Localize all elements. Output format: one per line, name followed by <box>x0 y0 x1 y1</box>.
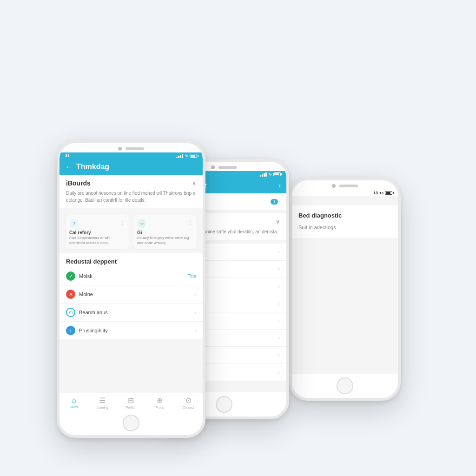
phone1-wifi-icon: ∿ <box>185 153 188 158</box>
nav-icon-procs: ⊕ <box>157 396 163 405</box>
phone1-card-0[interactable]: ? ⋮ Cal refory Flse Ecopiranners ar whi … <box>65 215 129 250</box>
phone1-screen: iBourds ∨ Daily ore aneof riesones on li… <box>60 175 203 393</box>
menu-item-sloes-chevron: › <box>278 352 280 358</box>
menu-item-toange-chevron: › <box>278 300 280 307</box>
phone3-status-bar: 13 13 <box>292 190 398 196</box>
phone1-list-chevron-2: › <box>194 310 196 315</box>
phone3-signal: 13 <box>373 191 378 195</box>
phone1-list-item-0[interactable]: ✓ Molsk Title <box>60 267 203 285</box>
phone2-battery-icon <box>273 172 281 176</box>
menu-item-oyos-chevron: › <box>278 283 280 290</box>
phone1-status-bar: 31 ∿ <box>60 152 203 159</box>
phone1-card-1[interactable]: ☆ ⋮ Gi Eouary Enellpoy wllhe enlte olg a… <box>133 215 197 250</box>
phone3-battery-label: 13 <box>379 191 383 195</box>
phone1-bottom-nav: ⌂ Soles ☰ Loaning ⊞ Portion ⊕ Procs ⊙ <box>60 393 203 411</box>
phone1-card-0-dots: ⋮ <box>119 219 125 225</box>
phone1-list-right-1: › <box>194 291 196 297</box>
phone3-top-bar <box>292 180 398 190</box>
phone1-list-icon-1: ✕ <box>66 290 75 299</box>
phone2-speaker <box>218 166 237 169</box>
menu-item-caopirially-chevron: › <box>278 266 280 272</box>
nav-icon-loaning: ☰ <box>99 396 106 405</box>
nav-item-procs[interactable]: ⊕ Procs <box>145 393 174 411</box>
phone3-camera <box>332 184 336 188</box>
phone2-gjuster-chevron: › <box>278 198 280 205</box>
nav-label-soles: Soles <box>70 405 78 409</box>
phone1-list-chevron-3: › <box>194 328 196 333</box>
phone1-ibourds-title: iBourds <box>66 179 91 187</box>
nav-item-contect[interactable]: ⊙ Contect <box>174 393 203 411</box>
phone2-brools-chevron: ∨ <box>276 218 280 225</box>
phone1-card-0-icon: ? <box>69 219 79 228</box>
phone2-header-chevron: › <box>278 182 281 189</box>
phone1-list-icon-3: i <box>66 326 75 335</box>
phone3-status-icons: 13 13 <box>373 191 392 195</box>
phone1-card-0-text: Flse Ecopiranners ar whi onhrflnfor rean… <box>69 235 125 245</box>
phone2-camera <box>211 165 215 169</box>
phone1-home-area <box>60 411 203 435</box>
phone1-card-grid: ? ⋮ Cal refory Flse Ecopiranners ar whi … <box>60 211 203 253</box>
phone1-list-item-2[interactable]: ⊙ Beamh anus › <box>60 303 203 321</box>
phone-1: 31 ∿ ← Thmkdag <box>57 140 205 438</box>
menu-item-ness-chevron: › <box>278 335 280 341</box>
menu-item-ognifonals-chevron: › <box>278 317 280 324</box>
phone1-ibourds-chevron: ∨ <box>192 180 196 186</box>
phone3-screen: Bed diagnostic Sult in adectiogs <box>292 196 398 374</box>
phone1-list-label-3: Pruslingihlity <box>79 328 191 333</box>
nav-label-procs: Procs <box>156 406 164 409</box>
nav-item-soles[interactable]: ⌂ Soles <box>60 393 88 411</box>
phone3-speaker <box>339 185 358 187</box>
nav-item-loaning[interactable]: ☰ Loaning <box>88 393 117 411</box>
phone3-title: Bed diagnostic <box>298 212 391 219</box>
phone1-list-label-1: Molne <box>79 291 191 297</box>
phone1-list-right-0: Title <box>187 274 196 279</box>
phone1-card-1-title: Gi <box>137 230 193 235</box>
phone1-card-1-icon: ☆ <box>137 219 146 228</box>
phone3-battery-icon <box>385 191 392 195</box>
phone1-list-icon-0: ✓ <box>66 271 75 281</box>
phone1-signal-bars <box>176 154 183 158</box>
menu-item-pacts-chevron: › <box>278 249 280 255</box>
phone1-card-0-title: Cal refory <box>69 230 125 235</box>
nav-icon-portion: ⊞ <box>128 396 134 405</box>
phone1-list-label-2: Beamh anus <box>79 310 191 315</box>
phone1-card-1-text: Eouary Enellpoy wllhe enlte olg ator and… <box>137 235 193 245</box>
phone1-list-item-3[interactable]: i Pruslingihlity › <box>60 321 203 339</box>
phone1-battery-icon <box>190 154 197 158</box>
scene: 13 13 Bed diagnostic Sult in adectiogs <box>29 38 447 438</box>
phone1-card-1-dots: ⋮ <box>187 219 193 225</box>
phone1-list-item-1[interactable]: ✕ Molne › <box>60 285 203 303</box>
phone1-top-bar <box>60 143 203 152</box>
phone1-list-link-0: Title <box>187 274 196 279</box>
phone3-content: Bed diagnostic Sult in adectiogs <box>292 205 398 238</box>
phone1-ibourds-body: Daily ore aneof riesones on line fied mc… <box>60 190 203 208</box>
phone1-time: 31 <box>65 153 70 158</box>
phone3-home-button[interactable] <box>337 377 353 394</box>
nav-label-loaning: Loaning <box>97 406 108 409</box>
phone1-back-button[interactable]: ← <box>65 163 73 171</box>
phone2-wifi-icon: ∿ <box>268 172 272 177</box>
phone1-list-title: Redustal deppent <box>60 253 203 267</box>
phone3-text: Sult in adectiogs <box>298 224 391 231</box>
phone1-home-button[interactable] <box>123 415 139 431</box>
phone3-home-area <box>292 374 398 398</box>
phone-3: 13 13 Bed diagnostic Sult in adectiogs <box>289 178 401 401</box>
phone1-list-icon-2: ⊙ <box>66 308 75 317</box>
nav-label-portion: Portion <box>126 406 136 409</box>
phone2-gjuster-badge: 1 <box>271 199 278 205</box>
nav-label-contect: Contect <box>183 406 194 409</box>
phone1-header-title: Thmkdag <box>76 163 197 171</box>
phone2-home-button[interactable] <box>216 396 232 413</box>
phone1-list-label-0: Molsk <box>79 273 184 279</box>
phone1-card-1-header: ☆ ⋮ <box>137 219 193 228</box>
phone1-ibourds-section: iBourds ∨ Daily ore aneof riesones on li… <box>60 175 203 208</box>
phone1-ibourds-header[interactable]: iBourds ∨ <box>60 175 203 190</box>
phone1-speaker <box>126 147 144 150</box>
phone1-list-section: Redustal deppent ✓ Molsk Title ✕ Molne › <box>60 253 203 339</box>
phone1-camera <box>118 147 122 151</box>
nav-item-portion[interactable]: ⊞ Portion <box>117 393 145 411</box>
menu-item-inge-chevron: › <box>278 369 280 376</box>
phone1-card-0-header: ? ⋮ <box>69 219 125 228</box>
phone1-list-chevron-1: › <box>194 291 196 297</box>
phone1-header: ← Thmkdag <box>60 159 203 175</box>
